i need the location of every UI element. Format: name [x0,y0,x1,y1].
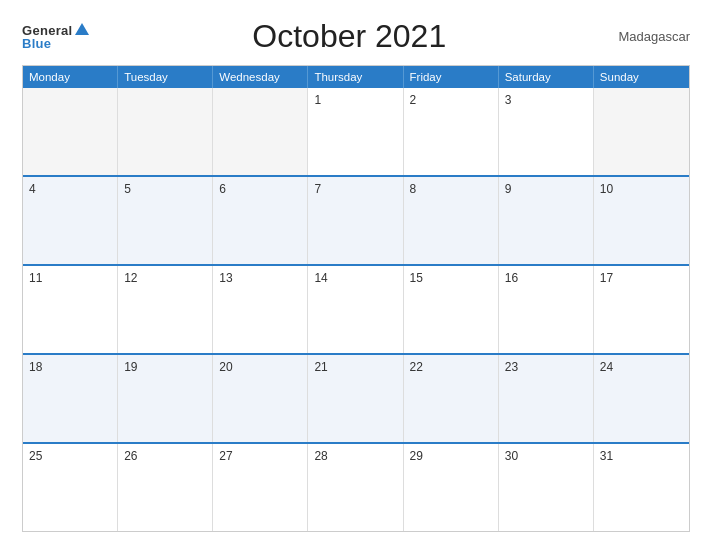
day-number: 13 [219,271,232,285]
calendar-empty-cell[interactable] [23,88,118,175]
header: General Blue October 2021 Madagascar [22,18,690,55]
calendar-day-3[interactable]: 3 [499,88,594,175]
calendar-day-10[interactable]: 10 [594,177,689,264]
day-number: 29 [410,449,423,463]
calendar-day-5[interactable]: 5 [118,177,213,264]
day-number: 26 [124,449,137,463]
logo: General Blue [22,24,89,50]
calendar-day-19[interactable]: 19 [118,355,213,442]
day-number: 27 [219,449,232,463]
calendar-day-21[interactable]: 21 [308,355,403,442]
calendar: Monday Tuesday Wednesday Thursday Friday… [22,65,690,532]
day-number: 28 [314,449,327,463]
logo-blue-text: Blue [22,37,51,50]
day-number: 15 [410,271,423,285]
calendar-day-20[interactable]: 20 [213,355,308,442]
day-number: 5 [124,182,131,196]
day-number: 9 [505,182,512,196]
day-number: 14 [314,271,327,285]
calendar-empty-cell[interactable] [594,88,689,175]
calendar-day-26[interactable]: 26 [118,444,213,531]
logo-general-text: General [22,24,73,37]
day-number: 7 [314,182,321,196]
calendar-week-1: 123 [23,88,689,175]
calendar-day-23[interactable]: 23 [499,355,594,442]
day-number: 16 [505,271,518,285]
day-number: 25 [29,449,42,463]
calendar-day-18[interactable]: 18 [23,355,118,442]
calendar-day-15[interactable]: 15 [404,266,499,353]
header-thursday: Thursday [308,66,403,88]
day-number: 12 [124,271,137,285]
calendar-day-30[interactable]: 30 [499,444,594,531]
calendar-empty-cell[interactable] [118,88,213,175]
day-number: 10 [600,182,613,196]
calendar-day-1[interactable]: 1 [308,88,403,175]
day-number: 2 [410,93,417,107]
calendar-day-2[interactable]: 2 [404,88,499,175]
calendar-day-28[interactable]: 28 [308,444,403,531]
header-friday: Friday [404,66,499,88]
calendar-day-9[interactable]: 9 [499,177,594,264]
calendar-title: October 2021 [89,18,610,55]
day-number: 22 [410,360,423,374]
calendar-day-29[interactable]: 29 [404,444,499,531]
day-number: 8 [410,182,417,196]
day-number: 23 [505,360,518,374]
day-number: 1 [314,93,321,107]
header-monday: Monday [23,66,118,88]
calendar-week-2: 45678910 [23,175,689,264]
day-number: 30 [505,449,518,463]
calendar-day-12[interactable]: 12 [118,266,213,353]
header-saturday: Saturday [499,66,594,88]
day-number: 20 [219,360,232,374]
calendar-day-6[interactable]: 6 [213,177,308,264]
calendar-day-22[interactable]: 22 [404,355,499,442]
calendar-day-13[interactable]: 13 [213,266,308,353]
header-wednesday: Wednesday [213,66,308,88]
calendar-week-3: 11121314151617 [23,264,689,353]
day-number: 31 [600,449,613,463]
calendar-day-31[interactable]: 31 [594,444,689,531]
calendar-week-5: 25262728293031 [23,442,689,531]
calendar-day-25[interactable]: 25 [23,444,118,531]
day-number: 4 [29,182,36,196]
day-number: 21 [314,360,327,374]
page: General Blue October 2021 Madagascar Mon… [0,0,712,550]
day-number: 3 [505,93,512,107]
day-number: 17 [600,271,613,285]
calendar-day-7[interactable]: 7 [308,177,403,264]
calendar-day-17[interactable]: 17 [594,266,689,353]
calendar-day-27[interactable]: 27 [213,444,308,531]
calendar-day-16[interactable]: 16 [499,266,594,353]
day-number: 24 [600,360,613,374]
calendar-week-4: 18192021222324 [23,353,689,442]
day-number: 18 [29,360,42,374]
calendar-body: 1234567891011121314151617181920212223242… [23,88,689,531]
day-number: 6 [219,182,226,196]
calendar-day-14[interactable]: 14 [308,266,403,353]
calendar-day-24[interactable]: 24 [594,355,689,442]
country-label: Madagascar [610,29,690,44]
header-tuesday: Tuesday [118,66,213,88]
calendar-header: Monday Tuesday Wednesday Thursday Friday… [23,66,689,88]
calendar-empty-cell[interactable] [213,88,308,175]
calendar-day-4[interactable]: 4 [23,177,118,264]
day-number: 19 [124,360,137,374]
header-sunday: Sunday [594,66,689,88]
calendar-day-11[interactable]: 11 [23,266,118,353]
logo-triangle-icon [75,23,89,35]
day-number: 11 [29,271,42,285]
calendar-day-8[interactable]: 8 [404,177,499,264]
